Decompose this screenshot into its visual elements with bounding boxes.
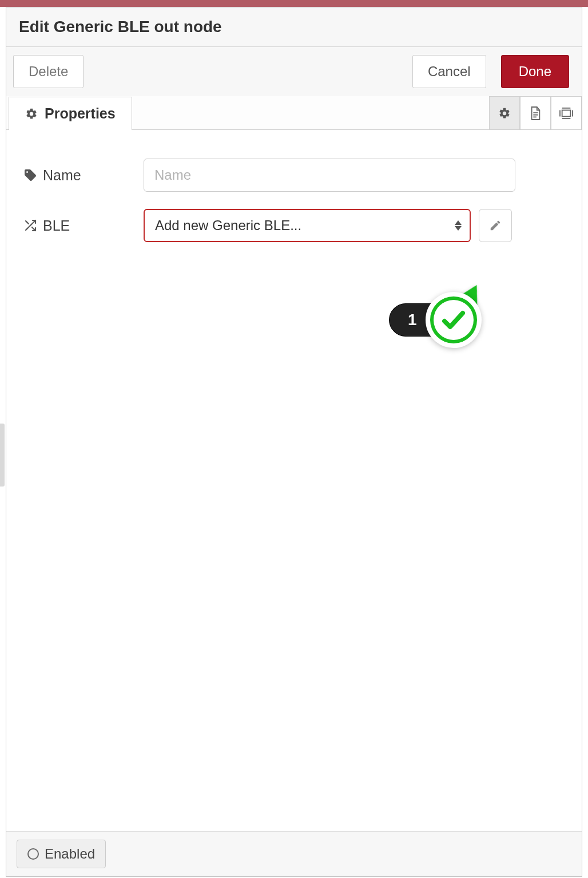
ble-label-text: BLE bbox=[43, 217, 70, 234]
tour-check-badge bbox=[426, 292, 482, 348]
tab-properties[interactable]: Properties bbox=[9, 97, 132, 130]
name-label-text: Name bbox=[43, 167, 81, 184]
document-icon bbox=[529, 106, 542, 121]
svg-marker-11 bbox=[455, 220, 462, 225]
dialog-footer: Enabled bbox=[6, 831, 582, 876]
dialog-title: Edit Generic BLE out node bbox=[19, 18, 569, 36]
tab-settings-icon-button[interactable] bbox=[489, 96, 520, 129]
tabs-row: Properties bbox=[6, 96, 582, 130]
right-action-group: Cancel Done bbox=[412, 55, 569, 88]
layout-icon bbox=[559, 107, 574, 120]
edit-node-dialog: Edit Generic BLE out node Delete Cancel … bbox=[6, 7, 582, 877]
svg-marker-12 bbox=[455, 226, 462, 231]
ble-label: BLE bbox=[23, 217, 144, 234]
cancel-button[interactable]: Cancel bbox=[412, 55, 486, 88]
dialog-action-row: Delete Cancel Done bbox=[6, 47, 582, 96]
ble-select-wrap: Add new Generic BLE... bbox=[144, 209, 471, 242]
gear-icon bbox=[25, 108, 38, 120]
form-body: Name BLE Add new Generic BLE... bbox=[6, 130, 582, 288]
ble-edit-button[interactable] bbox=[479, 209, 512, 242]
ble-select[interactable]: Add new Generic BLE... bbox=[144, 209, 471, 242]
svg-rect-3 bbox=[562, 110, 571, 116]
pencil-icon bbox=[489, 219, 502, 232]
name-label: Name bbox=[23, 167, 144, 184]
tab-appearance-icon-button[interactable] bbox=[551, 96, 582, 129]
left-resize-handle[interactable] bbox=[0, 424, 5, 487]
gear-icon bbox=[498, 107, 511, 120]
svg-line-10 bbox=[26, 221, 29, 224]
enabled-label: Enabled bbox=[45, 846, 95, 862]
name-input[interactable] bbox=[144, 159, 515, 192]
select-caret-icon bbox=[455, 220, 462, 231]
tab-description-icon-button[interactable] bbox=[520, 96, 551, 129]
tab-properties-label: Properties bbox=[45, 105, 116, 122]
app-top-stripe bbox=[0, 0, 588, 7]
circle-icon bbox=[27, 848, 39, 860]
enabled-toggle[interactable]: Enabled bbox=[17, 840, 106, 868]
dialog-header: Edit Generic BLE out node bbox=[6, 7, 582, 47]
delete-button[interactable]: Delete bbox=[13, 55, 84, 88]
ble-row: BLE Add new Generic BLE... bbox=[23, 209, 565, 242]
tour-step-number: 1 bbox=[408, 311, 417, 329]
check-icon bbox=[440, 306, 467, 334]
done-button[interactable]: Done bbox=[501, 55, 569, 88]
shuffle-icon bbox=[23, 219, 37, 232]
ble-select-value: Add new Generic BLE... bbox=[155, 217, 301, 234]
name-row: Name bbox=[23, 159, 565, 192]
tag-icon bbox=[23, 168, 37, 182]
tour-callout: 1 bbox=[389, 292, 482, 348]
